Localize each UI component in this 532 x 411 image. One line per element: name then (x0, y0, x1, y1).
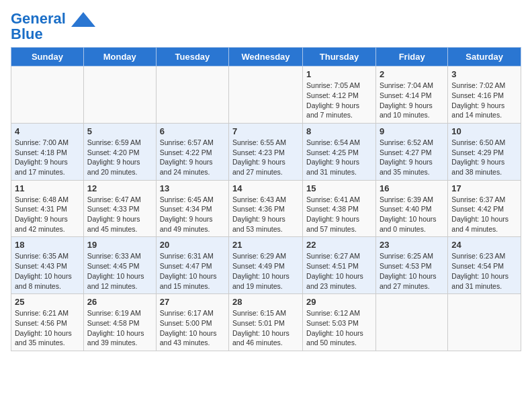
day-number: 13 (160, 183, 225, 193)
day-info: Sunrise: 6:54 AM Sunset: 4:25 PM Dayligh… (306, 138, 372, 177)
calendar-cell: 9Sunrise: 6:52 AM Sunset: 4:27 PM Daylig… (375, 123, 447, 180)
calendar-cell: 29Sunrise: 6:12 AM Sunset: 5:03 PM Dayli… (303, 294, 376, 351)
day-info: Sunrise: 7:02 AM Sunset: 4:16 PM Dayligh… (451, 81, 517, 120)
calendar-cell: 2Sunrise: 7:04 AM Sunset: 4:14 PM Daylig… (375, 66, 447, 124)
day-number: 9 (380, 126, 444, 136)
logo: General Blue (11, 11, 97, 42)
day-info: Sunrise: 6:25 AM Sunset: 4:53 PM Dayligh… (380, 251, 444, 291)
day-info: Sunrise: 6:17 AM Sunset: 5:00 PM Dayligh… (160, 308, 225, 348)
day-number: 29 (306, 297, 372, 307)
calendar-cell: 8Sunrise: 6:54 AM Sunset: 4:25 PM Daylig… (303, 123, 376, 180)
day-info: Sunrise: 6:29 AM Sunset: 4:49 PM Dayligh… (232, 251, 299, 291)
day-number: 25 (15, 297, 80, 307)
calendar-cell: 15Sunrise: 6:41 AM Sunset: 4:38 PM Dayli… (303, 180, 376, 237)
day-number: 12 (87, 183, 152, 193)
day-number: 18 (15, 240, 80, 250)
calendar-cell: 3Sunrise: 7:02 AM Sunset: 4:16 PM Daylig… (448, 66, 521, 124)
day-number: 1 (306, 69, 372, 79)
weekday-header-saturday: Saturday (448, 48, 521, 66)
calendar-cell (156, 66, 228, 124)
day-number: 20 (160, 240, 225, 250)
weekday-header-monday: Monday (83, 48, 156, 66)
day-info: Sunrise: 6:23 AM Sunset: 4:54 PM Dayligh… (451, 251, 517, 291)
day-number: 3 (451, 69, 517, 79)
logo-text: General (11, 11, 97, 27)
weekday-header-row: SundayMondayTuesdayWednesdayThursdayFrid… (11, 48, 521, 66)
week-row-1: 4Sunrise: 7:00 AM Sunset: 4:18 PM Daylig… (11, 123, 521, 180)
day-info: Sunrise: 7:05 AM Sunset: 4:12 PM Dayligh… (306, 81, 372, 120)
calendar-cell: 4Sunrise: 7:00 AM Sunset: 4:18 PM Daylig… (11, 123, 84, 180)
day-info: Sunrise: 7:04 AM Sunset: 4:14 PM Dayligh… (380, 81, 444, 120)
day-info: Sunrise: 6:52 AM Sunset: 4:27 PM Dayligh… (380, 138, 444, 177)
calendar-cell: 13Sunrise: 6:45 AM Sunset: 4:34 PM Dayli… (156, 180, 228, 237)
day-number: 19 (87, 240, 152, 250)
day-info: Sunrise: 6:33 AM Sunset: 4:45 PM Dayligh… (87, 251, 152, 291)
calendar-cell: 16Sunrise: 6:39 AM Sunset: 4:40 PM Dayli… (375, 180, 447, 237)
calendar-cell: 6Sunrise: 6:57 AM Sunset: 4:22 PM Daylig… (156, 123, 228, 180)
day-info: Sunrise: 6:39 AM Sunset: 4:40 PM Dayligh… (380, 195, 444, 234)
calendar-cell (375, 294, 447, 351)
logo-blue: Blue (11, 27, 97, 42)
calendar-cell: 11Sunrise: 6:48 AM Sunset: 4:31 PM Dayli… (11, 180, 84, 237)
day-number: 10 (451, 126, 517, 136)
calendar-cell: 20Sunrise: 6:31 AM Sunset: 4:47 PM Dayli… (156, 237, 228, 294)
calendar-cell (448, 294, 521, 351)
day-number: 7 (232, 126, 299, 136)
logo-icon (71, 12, 95, 27)
day-number: 17 (451, 183, 517, 193)
week-row-2: 11Sunrise: 6:48 AM Sunset: 4:31 PM Dayli… (11, 180, 521, 237)
day-info: Sunrise: 6:48 AM Sunset: 4:31 PM Dayligh… (15, 195, 80, 234)
day-info: Sunrise: 7:00 AM Sunset: 4:18 PM Dayligh… (15, 138, 80, 177)
day-number: 11 (15, 183, 80, 193)
weekday-header-friday: Friday (375, 48, 447, 66)
day-number: 5 (87, 126, 152, 136)
day-number: 15 (306, 183, 372, 193)
day-info: Sunrise: 6:55 AM Sunset: 4:23 PM Dayligh… (232, 138, 299, 177)
day-info: Sunrise: 6:59 AM Sunset: 4:20 PM Dayligh… (87, 138, 152, 177)
day-number: 24 (451, 240, 517, 250)
day-number: 26 (87, 297, 152, 307)
day-info: Sunrise: 6:57 AM Sunset: 4:22 PM Dayligh… (160, 138, 225, 177)
weekday-header-sunday: Sunday (11, 48, 84, 66)
calendar-cell: 5Sunrise: 6:59 AM Sunset: 4:20 PM Daylig… (83, 123, 156, 180)
day-info: Sunrise: 6:21 AM Sunset: 4:56 PM Dayligh… (15, 308, 80, 348)
calendar-cell: 27Sunrise: 6:17 AM Sunset: 5:00 PM Dayli… (156, 294, 228, 351)
calendar-cell: 25Sunrise: 6:21 AM Sunset: 4:56 PM Dayli… (11, 294, 84, 351)
day-number: 4 (15, 126, 80, 136)
day-number: 8 (306, 126, 372, 136)
calendar-cell (11, 66, 84, 124)
calendar-cell: 7Sunrise: 6:55 AM Sunset: 4:23 PM Daylig… (229, 123, 303, 180)
day-info: Sunrise: 6:41 AM Sunset: 4:38 PM Dayligh… (306, 195, 372, 234)
day-number: 16 (380, 183, 444, 193)
calendar-cell: 26Sunrise: 6:19 AM Sunset: 4:58 PM Dayli… (83, 294, 156, 351)
page: General Blue SundayMondayTuesdayWednesda… (0, 0, 532, 362)
day-number: 27 (160, 297, 225, 307)
calendar-cell: 21Sunrise: 6:29 AM Sunset: 4:49 PM Dayli… (229, 237, 303, 294)
day-info: Sunrise: 6:50 AM Sunset: 4:29 PM Dayligh… (451, 138, 517, 177)
day-number: 21 (232, 240, 299, 250)
weekday-header-thursday: Thursday (303, 48, 376, 66)
calendar-cell: 14Sunrise: 6:43 AM Sunset: 4:36 PM Dayli… (229, 180, 303, 237)
day-number: 23 (380, 240, 444, 250)
day-info: Sunrise: 6:45 AM Sunset: 4:34 PM Dayligh… (160, 195, 225, 234)
day-number: 22 (306, 240, 372, 250)
calendar-cell: 18Sunrise: 6:35 AM Sunset: 4:43 PM Dayli… (11, 237, 84, 294)
logo-general: General (11, 10, 66, 27)
calendar-cell: 12Sunrise: 6:47 AM Sunset: 4:33 PM Dayli… (83, 180, 156, 237)
svg-marker-0 (71, 12, 95, 27)
calendar-cell: 28Sunrise: 6:15 AM Sunset: 5:01 PM Dayli… (229, 294, 303, 351)
calendar-cell (229, 66, 303, 124)
day-info: Sunrise: 6:43 AM Sunset: 4:36 PM Dayligh… (232, 195, 299, 234)
day-info: Sunrise: 6:35 AM Sunset: 4:43 PM Dayligh… (15, 251, 80, 291)
day-number: 28 (232, 297, 299, 307)
day-info: Sunrise: 6:19 AM Sunset: 4:58 PM Dayligh… (87, 308, 152, 348)
week-row-4: 25Sunrise: 6:21 AM Sunset: 4:56 PM Dayli… (11, 294, 521, 351)
calendar-cell: 17Sunrise: 6:37 AM Sunset: 4:42 PM Dayli… (448, 180, 521, 237)
calendar-cell (83, 66, 156, 124)
calendar-cell: 23Sunrise: 6:25 AM Sunset: 4:53 PM Dayli… (375, 237, 447, 294)
day-info: Sunrise: 6:12 AM Sunset: 5:03 PM Dayligh… (306, 308, 372, 348)
calendar-cell: 22Sunrise: 6:27 AM Sunset: 4:51 PM Dayli… (303, 237, 376, 294)
weekday-header-tuesday: Tuesday (156, 48, 228, 66)
day-number: 2 (380, 69, 444, 79)
day-info: Sunrise: 6:15 AM Sunset: 5:01 PM Dayligh… (232, 308, 299, 348)
